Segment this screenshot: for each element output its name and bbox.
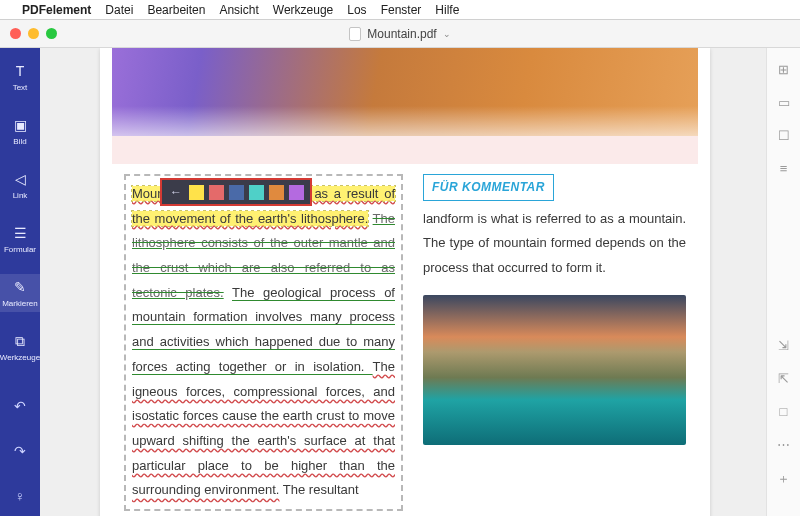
tool-label: Text — [13, 83, 28, 92]
inline-mountain-image — [423, 295, 686, 445]
right-sidebar: ⊞ ▭ ☐ ≡ ⇲ ⇱ □ ⋯ ＋ — [766, 48, 800, 516]
color-swatch-red[interactable] — [209, 185, 224, 200]
markup-icon: ✎ — [11, 278, 29, 296]
more-icon[interactable]: ⋯ — [777, 437, 790, 452]
menu-werkzeuge[interactable]: Werkzeuge — [273, 3, 333, 17]
tool-markup[interactable]: ✎ Markieren — [0, 274, 40, 312]
image-icon: ▣ — [11, 116, 29, 134]
close-window-button[interactable] — [10, 28, 21, 39]
right-column-text: landform is what is referred to as a mou… — [423, 211, 686, 275]
window-controls — [10, 28, 57, 39]
window-titlebar: Mountain.pdf ⌄ — [0, 20, 800, 48]
tool-form[interactable]: ☰ Formular — [0, 220, 40, 258]
tool-label: Formular — [4, 245, 36, 254]
undo-button[interactable]: ↶ — [10, 398, 30, 415]
list-icon[interactable]: ≡ — [780, 161, 788, 176]
tool-label: Werkzeuge — [0, 353, 40, 362]
menu-hilfe[interactable]: Hilfe — [435, 3, 459, 17]
utilities-icon: ⧉ — [11, 332, 29, 350]
mac-menubar: PDFelement Datei Bearbeiten Ansicht Werk… — [0, 0, 800, 20]
app-menu[interactable]: PDFelement — [22, 3, 91, 17]
zoom-window-button[interactable] — [46, 28, 57, 39]
tool-text[interactable]: T Text — [0, 58, 40, 96]
left-column-selection[interactable]: Mountains are usually formed as a result… — [124, 174, 403, 511]
tool-link[interactable]: ◁ Link — [0, 166, 40, 204]
form-icon: ☰ — [11, 224, 29, 242]
menu-datei[interactable]: Datei — [105, 3, 133, 17]
color-swatch-purple[interactable] — [289, 185, 304, 200]
comment-annotation[interactable]: FÜR KOMMENTAR — [423, 174, 554, 201]
squiggly-text[interactable]: The igneous forces, compressional forces… — [132, 359, 395, 497]
share-icon[interactable]: □ — [780, 404, 788, 419]
menu-ansicht[interactable]: Ansicht — [219, 3, 258, 17]
color-swatch-orange[interactable] — [269, 185, 284, 200]
color-swatch-yellow[interactable] — [189, 185, 204, 200]
document-title-label: Mountain.pdf — [367, 27, 436, 41]
color-swatch-teal[interactable] — [249, 185, 264, 200]
tool-utilities[interactable]: ⧉ Werkzeuge — [0, 328, 40, 366]
tool-label: Markieren — [2, 299, 38, 308]
tool-label: Link — [13, 191, 28, 200]
document-viewport[interactable]: Mountains are usually formed as a result… — [40, 48, 766, 516]
add-icon[interactable]: ＋ — [777, 470, 790, 488]
redo-button[interactable]: ↷ — [10, 443, 30, 460]
tool-image[interactable]: ▣ Bild — [0, 112, 40, 150]
export-icon[interactable]: ⇱ — [778, 371, 789, 386]
thumbnails-icon[interactable]: ⊞ — [778, 62, 789, 77]
highlight-color-toolbar: ← — [160, 178, 312, 206]
menu-bearbeiten[interactable]: Bearbeiten — [147, 3, 205, 17]
user-button[interactable]: ♀ — [10, 487, 30, 504]
link-icon: ◁ — [11, 170, 29, 188]
minimize-window-button[interactable] — [28, 28, 39, 39]
right-column: FÜR KOMMENTAR landform is what is referr… — [423, 174, 686, 511]
pink-band — [112, 136, 698, 164]
text-icon: T — [11, 62, 29, 80]
tool-label: Bild — [13, 137, 26, 146]
pdf-page: Mountains are usually formed as a result… — [100, 48, 710, 516]
document-title[interactable]: Mountain.pdf ⌄ — [349, 27, 450, 41]
menu-los[interactable]: Los — [347, 3, 366, 17]
attach-icon[interactable]: ⇲ — [778, 338, 789, 353]
toolbar-back-icon[interactable]: ← — [168, 184, 184, 200]
document-icon — [349, 27, 361, 41]
plain-text-tail: The resultant — [283, 482, 359, 497]
left-toolbar: T Text ▣ Bild ◁ Link ☰ Formular ✎ Markie… — [0, 48, 40, 516]
hero-image — [112, 48, 698, 136]
chevron-down-icon: ⌄ — [443, 29, 451, 39]
bookmark-icon[interactable]: ☐ — [778, 128, 790, 143]
menu-fenster[interactable]: Fenster — [381, 3, 422, 17]
page-icon[interactable]: ▭ — [778, 95, 790, 110]
color-swatch-blue[interactable] — [229, 185, 244, 200]
